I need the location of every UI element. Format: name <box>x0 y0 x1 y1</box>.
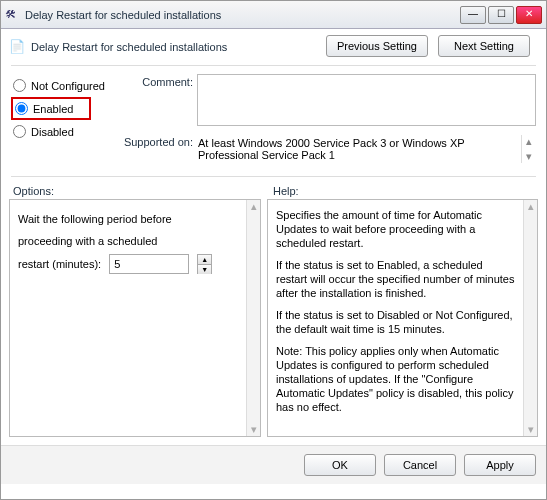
minimize-button[interactable]: — <box>460 6 486 24</box>
restart-minutes-row: restart (minutes): ▲ ▼ <box>18 254 252 274</box>
previous-setting-button[interactable]: Previous Setting <box>326 35 428 57</box>
section-labels: Options: Help: <box>1 181 546 199</box>
help-scrollbar[interactable]: ▴▾ <box>523 200 537 436</box>
help-paragraph: If the status is set to Enabled, a sched… <box>276 258 529 300</box>
divider <box>11 65 536 66</box>
comment-label: Comment: <box>117 74 193 88</box>
policy-header: 📄 Delay Restart for scheduled installati… <box>1 29 546 61</box>
option-text-line2: proceeding with a scheduled <box>18 232 252 250</box>
help-pane: Specifies the amount of time for Automat… <box>267 199 538 437</box>
radio-enabled[interactable]: Enabled <box>11 97 91 120</box>
spinner-up-icon[interactable]: ▲ <box>198 255 211 265</box>
restart-minutes-input[interactable] <box>109 254 189 274</box>
restart-minutes-label: restart (minutes): <box>18 258 101 270</box>
policy-title: Delay Restart for scheduled installation… <box>31 39 326 53</box>
options-label: Options: <box>13 185 265 197</box>
comment-input[interactable] <box>197 74 536 126</box>
help-paragraph: If the status is set to Disabled or Not … <box>276 308 529 336</box>
supported-on-text: At least Windows 2000 Service Pack 3 or … <box>198 135 521 163</box>
close-button[interactable]: ✕ <box>516 6 542 24</box>
radio-disabled-label: Disabled <box>31 126 74 138</box>
radio-not-configured-input[interactable] <box>13 79 26 92</box>
panes: Wait the following period before proceed… <box>1 199 546 445</box>
window-title: Delay Restart for scheduled installation… <box>25 9 458 21</box>
radio-disabled-input[interactable] <box>13 125 26 138</box>
title-bar: 🛠 Delay Restart for scheduled installati… <box>1 1 546 29</box>
supported-scrollbar[interactable]: ▴▾ <box>521 135 535 163</box>
restart-minutes-spinner[interactable]: ▲ ▼ <box>197 254 212 274</box>
maximize-button[interactable]: ☐ <box>488 6 514 24</box>
supported-on-label: Supported on: <box>117 134 193 148</box>
help-label: Help: <box>265 185 534 197</box>
policy-icon: 📄 <box>9 39 25 54</box>
ok-button[interactable]: OK <box>304 454 376 476</box>
spinner-down-icon[interactable]: ▼ <box>198 265 211 274</box>
radio-enabled-label: Enabled <box>33 103 73 115</box>
apply-button[interactable]: Apply <box>464 454 536 476</box>
radio-enabled-input[interactable] <box>15 102 28 115</box>
help-paragraph: Specifies the amount of time for Automat… <box>276 208 529 250</box>
radio-disabled[interactable]: Disabled <box>11 120 117 143</box>
next-setting-button[interactable]: Next Setting <box>438 35 530 57</box>
radio-not-configured-label: Not Configured <box>31 80 105 92</box>
config-section: Not Configured Enabled Disabled Comment:… <box>1 70 546 172</box>
radio-not-configured[interactable]: Not Configured <box>11 74 117 97</box>
option-text-line1: Wait the following period before <box>18 210 252 228</box>
options-pane: Wait the following period before proceed… <box>9 199 261 437</box>
options-scrollbar[interactable]: ▴▾ <box>246 200 260 436</box>
help-paragraph: Note: This policy applies only when Auto… <box>276 344 529 414</box>
state-radio-group: Not Configured Enabled Disabled <box>11 74 117 164</box>
app-icon: 🛠 <box>5 8 19 22</box>
cancel-button[interactable]: Cancel <box>384 454 456 476</box>
divider <box>11 176 536 177</box>
dialog-footer: OK Cancel Apply <box>1 445 546 484</box>
